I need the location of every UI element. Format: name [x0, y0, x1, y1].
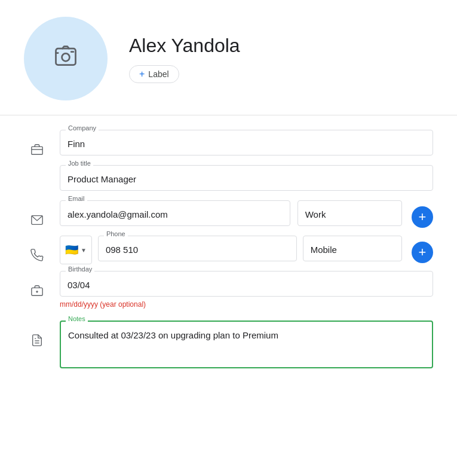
job-title-field-wrapper: Job title: [60, 165, 433, 191]
caret-icon: ▼: [81, 247, 87, 254]
birthday-fields: Birthday mm/dd/yyyy (year optional): [60, 271, 433, 318]
email-field-wrapper: Email: [60, 200, 290, 226]
job-title-label: Job title: [66, 160, 93, 167]
phone-inline-row: 🇺🇦 ▼ Phone: [60, 236, 402, 271]
email-type-field-wrapper: [297, 200, 402, 226]
birthday-hint: mm/dd/yyyy (year optional): [60, 300, 433, 309]
profile-info: Alex Yandola + Label: [129, 35, 240, 83]
phone-icon: [24, 236, 50, 262]
add-email-icon: +: [419, 210, 427, 224]
upload-photo-icon: [53, 43, 79, 75]
birthday-field-wrapper: Birthday: [60, 271, 433, 297]
phone-input[interactable]: [98, 236, 297, 261]
profile-header: Alex Yandola + Label: [0, 0, 457, 115]
email-label: Email: [66, 195, 87, 202]
email-input[interactable]: [60, 200, 290, 226]
form-section: Company Job title Email: [0, 115, 457, 380]
birthday-label: Birthday: [66, 266, 94, 273]
profile-name: Alex Yandola: [129, 35, 240, 57]
email-row: Email +: [0, 200, 457, 236]
company-icon: [24, 130, 50, 156]
company-fields: Company Job title: [60, 130, 433, 200]
label-button-text: Label: [148, 69, 168, 79]
country-code-selector[interactable]: 🇺🇦 ▼: [60, 236, 92, 264]
company-field-wrapper: Company: [60, 130, 433, 155]
notes-icon: [24, 321, 50, 347]
birthday-icon: [24, 271, 50, 297]
add-phone-icon: +: [419, 246, 427, 259]
svg-rect-0: [56, 48, 76, 65]
svg-rect-4: [32, 147, 42, 154]
notes-field-wrapper: Notes: [60, 321, 433, 371]
notes-row: Notes: [0, 321, 457, 380]
phone-label: Phone: [104, 230, 128, 237]
notes-fields: Notes: [60, 321, 433, 380]
birthday-row: Birthday mm/dd/yyyy (year optional): [0, 271, 457, 318]
company-row: Company Job title: [0, 130, 457, 200]
add-label-button[interactable]: + Label: [129, 65, 179, 83]
email-icon: [24, 200, 50, 227]
phone-fields: 🇺🇦 ▼ Phone: [60, 236, 402, 271]
add-phone-button[interactable]: +: [412, 242, 433, 263]
add-email-button[interactable]: +: [412, 206, 433, 228]
email-type-input[interactable]: [297, 200, 402, 226]
phone-type-field-wrapper: [303, 236, 402, 261]
avatar[interactable]: [24, 17, 108, 100]
job-title-input[interactable]: [60, 165, 433, 191]
svg-point-1: [62, 53, 70, 61]
company-label: Company: [66, 124, 99, 132]
phone-type-input[interactable]: [303, 236, 402, 261]
notes-textarea[interactable]: [60, 321, 433, 368]
birthday-input[interactable]: [60, 271, 433, 297]
phone-field-wrapper: Phone: [98, 236, 297, 261]
flag-emoji: 🇺🇦: [65, 243, 78, 257]
company-input[interactable]: [60, 130, 433, 155]
notes-label: Notes: [66, 315, 88, 322]
plus-icon: +: [139, 69, 145, 80]
